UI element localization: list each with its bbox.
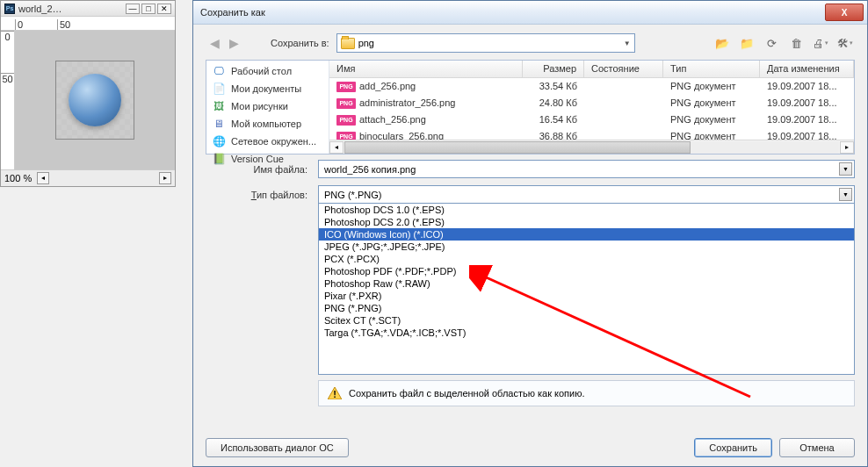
dialog-title: Сохранить как — [200, 7, 825, 18]
chevron-down-icon[interactable]: ▼ — [839, 188, 852, 201]
save-in-label: Сохранить в: — [271, 38, 329, 48]
maximize-button[interactable]: □ — [141, 4, 156, 14]
place-item[interactable]: 🖼Мои рисунки — [206, 97, 329, 115]
format-option[interactable]: PNG (*.PNG) — [319, 302, 854, 314]
place-icon: 🖼 — [212, 99, 226, 113]
file-row[interactable]: PNGbinoculars_256.png36.88 КбPNG докумен… — [329, 128, 854, 140]
file-list: Имя Размер Состояние Тип Дата изменения … — [329, 61, 854, 154]
place-icon: 📄 — [212, 82, 226, 96]
minimize-button[interactable]: — — [126, 4, 140, 14]
file-row[interactable]: PNGadd_256.png33.54 КбPNG документ19.09.… — [329, 78, 854, 95]
warning-icon: ! — [328, 387, 342, 399]
col-type[interactable]: Тип — [663, 61, 760, 77]
place-item[interactable]: 🖵Рабочий стол — [206, 62, 329, 80]
new-folder-button[interactable]: 📁 — [737, 33, 756, 53]
save-in-value: png — [358, 38, 374, 48]
png-badge-icon: PNG — [336, 98, 356, 109]
chevron-down-icon[interactable]: ▼ — [839, 162, 852, 176]
svg-text:!: ! — [333, 389, 336, 399]
nav-forward-button[interactable]: ▶ — [225, 34, 242, 52]
close-button[interactable]: ✕ — [157, 4, 171, 14]
place-label: Мой компьютер — [231, 119, 301, 129]
format-option[interactable]: Photoshop Raw (*.RAW) — [319, 277, 854, 290]
format-option[interactable]: Pixar (*.PXR) — [319, 290, 854, 302]
format-option[interactable]: Photoshop PDF (*.PDF;*.PDP) — [319, 265, 854, 277]
place-item[interactable]: 🌐Сетевое окружен... — [206, 133, 329, 150]
photoshop-document-window: Ps world_2… — □ ✕ 050 050 100 % ◂ ▸ — [0, 0, 176, 187]
filetype-label: Тип файлов: — [206, 190, 318, 200]
format-option[interactable]: Photoshop DCS 1.0 (*.EPS) — [319, 204, 854, 216]
save-in-combo[interactable]: png ▼ — [336, 33, 635, 53]
place-icon: 🖵 — [212, 64, 226, 78]
format-option[interactable]: Targa (*.TGA;*.VDA;*.ICB;*.VST) — [319, 327, 854, 339]
filename-input[interactable]: world_256 копия.png ▼ — [318, 160, 855, 178]
save-button[interactable]: Сохранить — [694, 438, 772, 457]
warning-text: Сохранить файл с выделенной областью как… — [349, 388, 585, 399]
file-row[interactable]: PNGadministrator_256.png24.80 КбPNG доку… — [329, 95, 854, 111]
png-badge-icon: PNG — [336, 82, 356, 92]
canvas[interactable] — [15, 31, 175, 169]
place-label: Мои документы — [231, 83, 301, 94]
scroll-left-button[interactable]: ◂ — [37, 172, 49, 184]
png-badge-icon: PNG — [336, 132, 356, 140]
view-menu-button[interactable]: 🖨 — [811, 33, 830, 53]
dialog-titlebar[interactable]: Сохранить как X — [193, 1, 867, 25]
photoshop-app-icon: Ps — [4, 4, 15, 14]
chevron-down-icon: ▼ — [624, 40, 631, 47]
tools-menu-button[interactable]: 🛠 — [835, 33, 855, 53]
scroll-right-icon[interactable]: ▸ — [840, 141, 854, 154]
ps-titlebar: Ps world_2… — □ ✕ — [1, 1, 175, 17]
scroll-left-icon[interactable]: ◂ — [329, 141, 344, 154]
cancel-button[interactable]: Отмена — [779, 438, 855, 457]
scroll-right-button[interactable]: ▸ — [159, 172, 171, 184]
zoom-value[interactable]: 100 % — [4, 173, 32, 183]
nav-toolbar: ◀ ▶ Сохранить в: png ▼ 📂 📁 ⟳ 🗑 🖨 🛠 — [206, 33, 855, 53]
format-option[interactable]: Scitex CT (*.SCT) — [319, 314, 854, 327]
delete-button[interactable]: 🗑 — [786, 33, 806, 53]
places-sidebar: 🖵Рабочий стол📄Мои документы🖼Мои рисунки🖥… — [206, 61, 329, 154]
nav-back-button[interactable]: ◀ — [206, 34, 223, 52]
place-label: Рабочий стол — [231, 66, 292, 76]
file-row[interactable]: PNGattach_256.png16.54 КбPNG документ19.… — [329, 111, 854, 128]
filename-label: Имя файла: — [206, 164, 318, 175]
ps-document-title: world_2… — [18, 4, 122, 14]
vertical-ruler: 050 — [1, 31, 15, 169]
use-os-dialog-button[interactable]: Использовать диалог ОС — [206, 438, 349, 457]
folder-icon — [341, 38, 355, 49]
place-label: Мои рисунки — [231, 101, 288, 111]
col-size[interactable]: Размер — [523, 61, 584, 77]
image-checkerboard — [55, 61, 134, 140]
dialog-close-button[interactable]: X — [825, 4, 864, 21]
format-option[interactable]: Photoshop DCS 2.0 (*.EPS) — [319, 216, 854, 228]
place-label: Сетевое окружен... — [231, 136, 316, 147]
file-list-header[interactable]: Имя Размер Состояние Тип Дата изменения — [329, 61, 854, 78]
format-option[interactable]: JPEG (*.JPG;*.JPEG;*.JPE) — [319, 241, 854, 253]
horizontal-ruler: 050 — [1, 17, 175, 31]
filetype-dropdown-list[interactable]: Photoshop DCS 1.0 (*.EPS)Photoshop DCS 2… — [318, 204, 855, 375]
filetype-combo[interactable]: PNG (*.PNG) ▼ — [318, 185, 855, 204]
up-folder-button[interactable]: 📂 — [712, 33, 732, 53]
warning-panel: ! Сохранить файл с выделенной областью к… — [318, 380, 855, 406]
png-badge-icon: PNG — [336, 115, 356, 126]
col-date[interactable]: Дата изменения — [760, 61, 854, 77]
file-browser: 🖵Рабочий стол📄Мои документы🖼Мои рисунки🖥… — [206, 60, 855, 154]
place-icon: 🖥 — [212, 117, 226, 131]
place-item[interactable]: 🖥Мой компьютер — [206, 115, 329, 133]
col-state[interactable]: Состояние — [584, 61, 663, 77]
place-item[interactable]: 📄Мои документы — [206, 80, 329, 97]
globe-icon — [69, 74, 121, 126]
format-option[interactable]: PCX (*.PCX) — [319, 253, 854, 265]
ps-statusbar: 100 % ◂ ▸ — [1, 169, 175, 185]
save-as-dialog: Сохранить как X ◀ ▶ Сохранить в: png ▼ 📂… — [192, 0, 868, 467]
refresh-button[interactable]: ⟳ — [762, 33, 781, 53]
h-scrollbar[interactable]: ◂ ▸ — [329, 140, 854, 154]
scrollbar-thumb[interactable] — [344, 141, 691, 154]
format-option[interactable]: ICO (Windows Icon) (*.ICO) — [319, 228, 854, 241]
col-name[interactable]: Имя — [329, 61, 523, 77]
place-icon: 🌐 — [212, 134, 226, 148]
